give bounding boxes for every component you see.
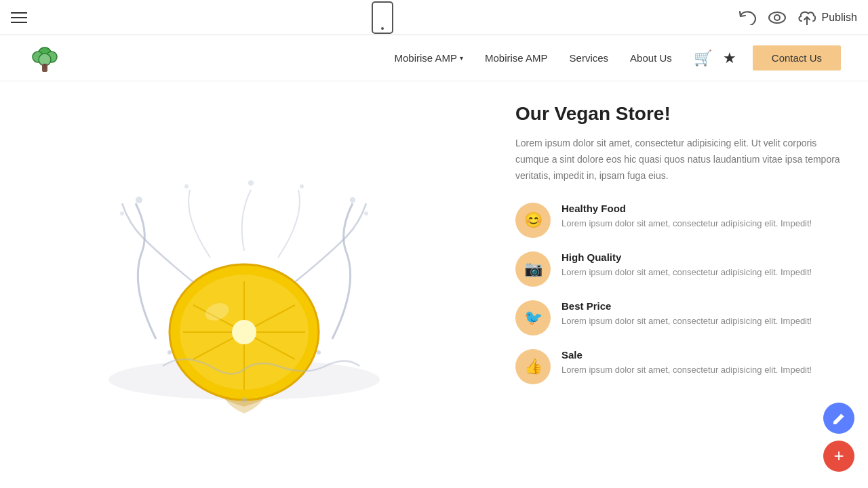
sale-title: Sale xyxy=(561,349,812,361)
svg-point-1 xyxy=(774,15,780,20)
svg-point-17 xyxy=(364,211,368,216)
sale-icon: 👍 xyxy=(515,349,551,384)
high-quality-text: High Quality Lorem ipsum dolor sit amet,… xyxy=(561,251,812,279)
mobile-preview-icon[interactable] xyxy=(372,1,393,34)
undo-icon[interactable] xyxy=(738,8,757,27)
publish-label: Publish xyxy=(822,12,857,24)
feature-sale: 👍 Sale Lorem ipsum dolor sit amet, conse… xyxy=(515,349,841,384)
hero-image-panel xyxy=(0,81,488,488)
svg-point-13 xyxy=(184,184,189,188)
feature-list: 😊 Healthy Food Lorem ipsum dolor sit ame… xyxy=(515,203,841,384)
lemon-splash-illustration xyxy=(75,149,414,420)
best-price-icon: 🐦 xyxy=(515,300,551,336)
main-content: Our Vegan Store! Lorem ipsum dolor sit a… xyxy=(0,81,868,488)
healthy-food-icon: 😊 xyxy=(515,203,551,238)
nav-mobirise-amp-1[interactable]: Mobirise AMP ▾ xyxy=(395,52,464,64)
sale-desc: Lorem ipsum dolor sit amet, consectetur … xyxy=(561,363,812,377)
svg-point-12 xyxy=(350,197,355,203)
toolbar-right: Publish xyxy=(738,8,857,27)
cart-icon[interactable]: 🛒 xyxy=(694,49,712,67)
feature-high-quality: 📷 High Quality Lorem ipsum dolor sit ame… xyxy=(515,251,841,287)
edit-fab-button[interactable] xyxy=(823,403,854,434)
high-quality-desc: Lorem ipsum dolor sit amet, consectetur … xyxy=(561,266,812,279)
nav-about-us[interactable]: About Us xyxy=(630,52,672,64)
healthy-food-title: Healthy Food xyxy=(561,203,812,214)
svg-point-15 xyxy=(248,180,254,186)
nav-mobirise-amp-2[interactable]: Mobirise AMP xyxy=(485,52,548,64)
svg-point-16 xyxy=(120,211,124,216)
nav-services[interactable]: Services xyxy=(570,52,609,64)
healthy-food-text: Healthy Food Lorem ipsum dolor sit amet,… xyxy=(561,203,812,230)
nav-icons: 🛒 ★ xyxy=(694,49,736,67)
svg-point-28 xyxy=(317,350,321,354)
hero-content-panel: Our Vegan Store! Lorem ipsum dolor sit a… xyxy=(488,81,868,488)
navbar: Mobirise AMP ▾ Mobirise AMP Services Abo… xyxy=(0,35,868,81)
high-quality-icon: 📷 xyxy=(515,251,551,287)
preview-icon[interactable] xyxy=(768,8,787,27)
svg-point-27 xyxy=(167,350,172,354)
svg-point-11 xyxy=(136,197,142,203)
svg-point-24 xyxy=(232,320,256,344)
svg-point-14 xyxy=(300,184,304,188)
contact-us-button[interactable]: Contact Us xyxy=(753,45,841,70)
toolbar: Publish xyxy=(0,0,868,35)
nav-links: Mobirise AMP ▾ Mobirise AMP Services Abo… xyxy=(395,52,672,64)
best-price-title: Best Price xyxy=(561,300,812,312)
star-icon[interactable]: ★ xyxy=(723,49,736,67)
sale-text: Sale Lorem ipsum dolor sit amet, consect… xyxy=(561,349,812,377)
svg-point-0 xyxy=(769,12,785,23)
svg-point-29 xyxy=(241,397,247,403)
toolbar-left xyxy=(11,12,27,23)
feature-best-price: 🐦 Best Price Lorem ipsum dolor sit amet,… xyxy=(515,300,841,336)
store-title: Our Vegan Store! xyxy=(515,103,841,125)
healthy-food-desc: Lorem ipsum dolor sit amet, consectetur … xyxy=(561,217,812,230)
hamburger-menu-icon[interactable] xyxy=(11,12,27,23)
best-price-text: Best Price Lorem ipsum dolor sit amet, c… xyxy=(561,300,812,328)
best-price-desc: Lorem ipsum dolor sit amet, consectetur … xyxy=(561,314,812,328)
logo[interactable] xyxy=(27,41,62,76)
publish-button[interactable]: Publish xyxy=(797,10,857,25)
feature-healthy-food: 😊 Healthy Food Lorem ipsum dolor sit ame… xyxy=(515,203,841,238)
add-fab-button[interactable]: + xyxy=(823,441,854,472)
high-quality-title: High Quality xyxy=(561,251,812,263)
store-description: Lorem ipsum dolor sit amet, consectetur … xyxy=(515,136,841,184)
phone-dot xyxy=(381,27,384,30)
toolbar-center xyxy=(372,1,393,34)
